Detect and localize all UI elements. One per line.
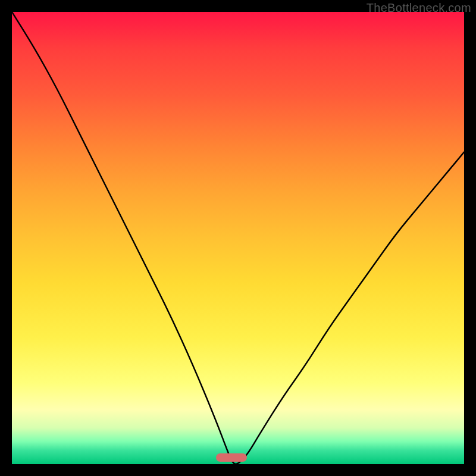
plot-area — [12, 12, 464, 464]
bottleneck-curve — [12, 12, 464, 464]
minimum-marker — [216, 453, 247, 462]
watermark-text: TheBottleneck.com — [367, 1, 471, 15]
chart-frame: TheBottleneck.com — [0, 0, 476, 476]
